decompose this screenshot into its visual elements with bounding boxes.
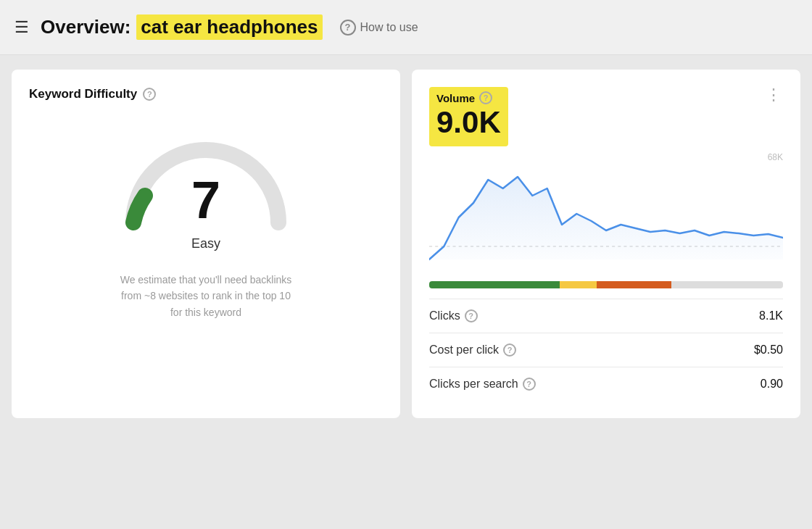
keyword-difficulty-card: Keyword Difficulty ? 7 Easy We estimate … [12,70,400,418]
how-to-use-icon: ? [340,20,356,36]
volume-help-icon[interactable]: ? [479,91,492,104]
gauge-container: 7 Easy [29,117,383,251]
gauge-number: 7 [191,174,220,226]
color-distribution-bar [429,281,783,288]
more-options-icon[interactable]: ⋮ [766,87,783,103]
kd-help-icon[interactable]: ? [143,88,156,101]
cpc-value: $0.50 [754,343,783,357]
volume-badge: Volume ? 9.0K [429,87,508,146]
title-keyword: cat ear headphones [136,14,322,40]
volume-badge-title: Volume ? [436,91,501,104]
gauge-label: Easy [191,236,220,251]
cps-stat-row: Clicks per search ? 0.90 [429,367,783,401]
title-prefix: Overview: [41,16,130,38]
how-to-use-button[interactable]: ? How to use [340,20,418,36]
bar-orange [597,281,671,288]
cps-help-icon[interactable]: ? [523,378,536,391]
cpc-label: Cost per click ? [429,343,516,357]
clicks-stat-row: Clicks ? 8.1K [429,299,783,333]
kd-card-header: Keyword Difficulty ? [29,87,383,101]
clicks-label: Clicks ? [429,309,478,322]
bar-yellow [560,281,597,288]
kd-description: We estimate that you'll need backlinks f… [29,272,383,320]
cpc-help-icon[interactable]: ? [503,343,516,357]
cps-value: 0.90 [761,378,783,391]
main-content: Keyword Difficulty ? 7 Easy We estimate … [0,55,812,433]
volume-chart-area: 68K [429,152,783,271]
page-title: Overview: cat ear headphones [41,14,323,40]
volume-chart-svg [429,152,783,268]
kd-title: Keyword Difficulty [29,87,137,101]
chart-max-label: 68K [768,152,783,162]
bar-green [429,281,560,288]
clicks-help-icon[interactable]: ? [465,309,478,322]
clicks-value: 8.1K [759,309,783,322]
how-to-use-label: How to use [360,21,418,34]
volume-value: 9.0K [436,106,501,139]
volume-card-top: Volume ? 9.0K ⋮ [429,87,783,146]
bar-gray [671,281,783,288]
volume-card: Volume ? 9.0K ⋮ 68K [412,70,800,418]
gauge-svg: 7 [112,117,300,233]
header: ☰ Overview: cat ear headphones ? How to … [0,0,812,55]
cps-label: Clicks per search ? [429,378,536,391]
volume-label: Volume [436,92,475,104]
hamburger-icon[interactable]: ☰ [14,18,29,37]
cpc-stat-row: Cost per click ? $0.50 [429,333,783,367]
